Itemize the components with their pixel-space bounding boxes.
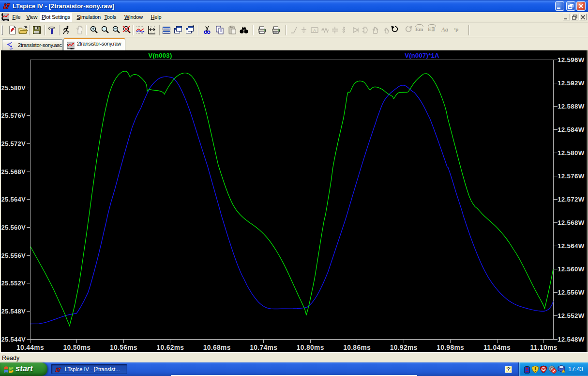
svg-text:12.580W: 12.580W: [558, 149, 585, 157]
svg-text:12.564W: 12.564W: [558, 242, 585, 250]
svg-text:11.10ms: 11.10ms: [530, 344, 557, 351]
svg-text:10.86ms: 10.86ms: [343, 344, 371, 351]
svg-text:12.548W: 12.548W: [558, 336, 585, 343]
svg-text:12.588W: 12.588W: [558, 103, 585, 110]
svg-text:?: ?: [507, 367, 510, 372]
svg-text:12.592W: 12.592W: [558, 79, 585, 87]
svg-text:11.04ms: 11.04ms: [483, 344, 511, 351]
svg-text:10.56ms: 10.56ms: [110, 344, 137, 351]
svg-text:V(n007)*1A: V(n007)*1A: [405, 52, 439, 59]
svg-text:V(n003): V(n003): [148, 52, 172, 59]
svg-text:10.74ms: 10.74ms: [250, 344, 277, 351]
svg-text:10.98ms: 10.98ms: [437, 344, 464, 351]
svg-text:25.552V: 25.552V: [1, 280, 26, 287]
svg-text:25.576V: 25.576V: [1, 112, 26, 119]
svg-text:25.548V: 25.548V: [1, 308, 26, 315]
svg-text:25.556V: 25.556V: [1, 252, 26, 259]
svg-text:10.62ms: 10.62ms: [156, 344, 184, 351]
svg-text:12.596W: 12.596W: [558, 56, 585, 63]
svg-text:25.568V: 25.568V: [1, 168, 26, 175]
svg-text:10.92ms: 10.92ms: [390, 344, 418, 351]
svg-text:10.68ms: 10.68ms: [203, 344, 231, 351]
svg-text:12.584W: 12.584W: [558, 126, 585, 133]
svg-text:12.560W: 12.560W: [558, 266, 585, 273]
svg-text:A: A: [313, 28, 316, 33]
svg-text:25.580V: 25.580V: [1, 84, 26, 92]
svg-text:10.44ms: 10.44ms: [16, 344, 44, 351]
svg-text:12.572W: 12.572W: [558, 196, 585, 203]
svg-text:10.80ms: 10.80ms: [297, 344, 324, 351]
svg-text:25.564V: 25.564V: [1, 196, 26, 203]
svg-text:25.560V: 25.560V: [1, 224, 26, 231]
svg-text:10.50ms: 10.50ms: [63, 344, 90, 351]
svg-text:12.568W: 12.568W: [558, 219, 585, 226]
svg-text:12.556W: 12.556W: [558, 289, 585, 296]
svg-text:25.572V: 25.572V: [1, 140, 26, 147]
svg-text:12.552W: 12.552W: [558, 312, 585, 319]
svg-text:25.544V: 25.544V: [1, 336, 26, 343]
svg-text:12.576W: 12.576W: [558, 172, 585, 180]
